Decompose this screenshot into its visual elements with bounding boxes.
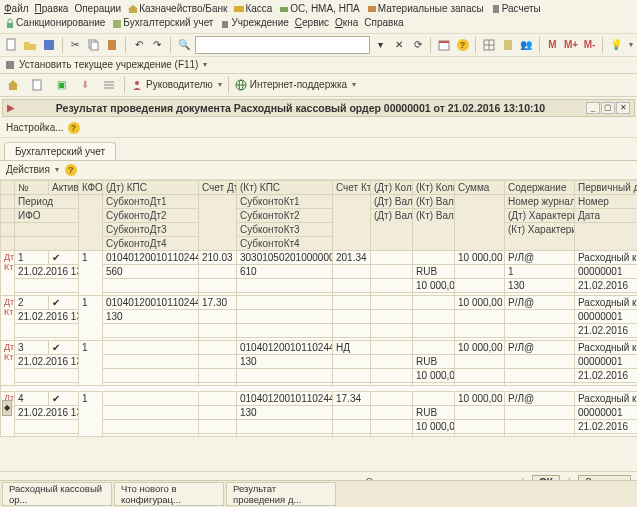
help-button[interactable]: ? (455, 36, 471, 54)
close-button[interactable]: ✕ (616, 102, 630, 114)
window-tab-1[interactable]: Расходный кассовый ор... (2, 482, 112, 506)
svg-rect-22 (9, 85, 17, 90)
col-ktqty[interactable]: (Кт) Коли... (413, 180, 455, 194)
maximize-button[interactable]: ▢ (601, 102, 615, 114)
menu-file[interactable]: Файл (4, 2, 29, 16)
search-input[interactable] (195, 36, 370, 54)
menu-materials[interactable]: Материальные запасы (366, 2, 484, 16)
bookmark-icon: ▶ (7, 102, 15, 113)
bank-icon (127, 3, 139, 15)
svg-point-27 (135, 81, 139, 85)
settings-link[interactable]: Настройка... (6, 122, 64, 133)
tab-bar: Бухгалтерский учет (0, 138, 637, 161)
copy-button[interactable] (86, 36, 102, 54)
col-dtqty[interactable]: (Дт) Коли... (371, 180, 413, 194)
ledger-icon (111, 18, 123, 30)
svg-rect-2 (234, 6, 244, 12)
search-dropdown[interactable]: ▾ (373, 36, 389, 54)
menu-help[interactable]: Справка (364, 16, 403, 30)
help-icon[interactable]: ? (65, 164, 77, 176)
window-tab-2[interactable]: Что нового в конфигурац... (114, 482, 224, 506)
menu-treasury[interactable]: Казначейство/Банк (127, 2, 227, 16)
third-toolbar: ▣ ⬇ Руководителю ▾ Интернет-поддержка ▾ (0, 74, 637, 97)
set-org-button[interactable]: Установить текущее учреждение (F11) ▾ (4, 59, 207, 71)
data-grid[interactable]: № Актив... КФО (Дт) КПС Счет Дт (Кт) КПС… (0, 180, 637, 437)
col-kfo[interactable]: КФО (79, 180, 103, 194)
grid-button[interactable] (481, 36, 497, 54)
bulb-button[interactable]: 💡 (608, 36, 624, 54)
calendar-button[interactable] (436, 36, 452, 54)
col-primary[interactable]: Первичный докуме... (575, 180, 638, 194)
open-button[interactable] (23, 36, 39, 54)
manager-link[interactable]: Руководителю ▾ (131, 79, 222, 91)
table-row[interactable]: ДтКт2✔10104012001011024417.3010 000,00Р/… (1, 295, 638, 309)
chevron-down-icon: ▾ (203, 60, 207, 69)
svg-rect-4 (368, 6, 376, 12)
clear-search-button[interactable]: ✕ (391, 36, 407, 54)
menu-payroll[interactable]: Расчеты (490, 2, 541, 16)
chevron-down-icon: ▾ (218, 80, 222, 89)
col-acckt[interactable]: Счет Кт (333, 180, 371, 194)
mem-mplus-button[interactable]: М+ (563, 36, 579, 54)
chevron-down-icon[interactable]: ▾ (629, 40, 633, 49)
row-marker-icon: ДтКт (4, 342, 15, 352)
save-button[interactable] (41, 36, 57, 54)
users-button[interactable]: 👥 (518, 36, 534, 54)
window-tabs: Расходный кассовый ор... Что нового в ко… (0, 480, 637, 507)
down-icon[interactable]: ⬇ (76, 76, 94, 94)
list-icon[interactable] (100, 76, 118, 94)
svg-rect-13 (108, 40, 116, 50)
table-row[interactable]: ДтКт4✔10104012001011024417.3410 000,00Р/… (1, 391, 638, 405)
col-num[interactable]: № (15, 180, 49, 194)
scroll-handle[interactable]: ◆ (2, 400, 12, 416)
svg-rect-9 (7, 39, 15, 50)
svg-rect-0 (129, 9, 137, 13)
tab-accounting[interactable]: Бухгалтерский учет (4, 142, 116, 160)
row-marker-icon: ДтКт (4, 297, 15, 307)
calc-icon (490, 3, 502, 15)
col-active[interactable]: Актив... (49, 180, 79, 194)
menu-cash[interactable]: Касса (233, 2, 272, 16)
table-row[interactable]: ДтКт3✔101040120010110244НД10 000,00Р/Л@Р… (1, 340, 638, 354)
menu-service[interactable]: Сервис (295, 16, 329, 30)
menu-operations[interactable]: Операции (74, 2, 121, 16)
window-tab-3[interactable]: Результат проведения д... (226, 482, 336, 506)
menu-sanctions[interactable]: Санкционирование (4, 16, 105, 30)
menu-edit[interactable]: Правка (35, 2, 69, 16)
actions-row: Действия ▾ ? (0, 161, 637, 180)
zoom-button[interactable]: 🔍 (176, 36, 192, 54)
minimize-button[interactable]: _ (586, 102, 600, 114)
chevron-down-icon: ▾ (55, 165, 59, 174)
mem-mminus-button[interactable]: М- (582, 36, 598, 54)
doc-icon[interactable] (28, 76, 46, 94)
check-icon[interactable]: ▣ (52, 76, 70, 94)
help-icon[interactable]: ? (68, 122, 80, 134)
undo-button[interactable]: ↶ (131, 36, 147, 54)
col-accdt[interactable]: Счет Дт (199, 180, 237, 194)
table-row[interactable]: ДтКт1✔101040120010110244210.033030105020… (1, 250, 638, 264)
svg-rect-10 (44, 40, 54, 50)
svg-rect-6 (7, 23, 13, 28)
menu-org[interactable]: Учреждение (219, 16, 288, 30)
redo-button[interactable]: ↷ (150, 36, 166, 54)
menu-os[interactable]: ОС, НМА, НПА (278, 2, 359, 16)
refresh-button[interactable]: ⟳ (410, 36, 426, 54)
report-button[interactable] (500, 36, 516, 54)
home-button[interactable] (4, 76, 22, 94)
col-sum[interactable]: Сумма (455, 180, 505, 194)
col-ktkps[interactable]: (Кт) КПС (237, 180, 333, 194)
menu-windows[interactable]: Окна (335, 16, 358, 30)
new-doc-button[interactable] (4, 36, 20, 54)
main-menu: Файл Правка Операции Казначейство/Банк К… (0, 0, 637, 34)
mem-m-button[interactable]: М (545, 36, 561, 54)
svg-rect-8 (222, 21, 228, 28)
actions-button[interactable]: Действия ▾ (6, 164, 59, 175)
support-link[interactable]: Интернет-поддержка ▾ (235, 79, 356, 91)
person-icon (131, 79, 143, 91)
cut-button[interactable]: ✂ (68, 36, 84, 54)
menu-accounting[interactable]: Бухгалтерский учет (111, 16, 213, 30)
col-dtkps[interactable]: (Дт) КПС (103, 180, 199, 194)
document-title: Результат проведения документа Расходный… (56, 102, 545, 114)
col-content[interactable]: Содержание (505, 180, 575, 194)
paste-button[interactable] (105, 36, 121, 54)
